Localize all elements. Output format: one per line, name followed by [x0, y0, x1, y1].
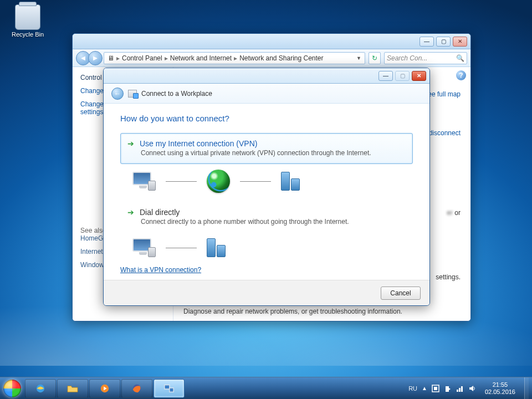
- nav-forward-button[interactable]: ►: [88, 51, 103, 65]
- globe-icon: [207, 170, 230, 193]
- language-indicator[interactable]: RU: [408, 385, 417, 392]
- clock-time: 21:55: [485, 381, 515, 388]
- wizard-minimize-button[interactable]: —: [378, 71, 393, 81]
- recycle-bin-desktop-icon[interactable]: Recycle Bin: [8, 4, 48, 38]
- arrow-right-icon: ➔: [127, 139, 134, 148]
- tray-chevron-up-icon[interactable]: ▲: [422, 385, 427, 391]
- breadcrumb-dropdown-icon[interactable]: ▼: [356, 55, 361, 61]
- troubleshoot-text: Diagnose and repair network problems, or…: [183, 308, 461, 315]
- search-placeholder: Search Con...: [387, 54, 427, 62]
- wizard-close-button[interactable]: ✕: [412, 71, 426, 81]
- taskbar-explorer-button[interactable]: [57, 379, 88, 398]
- option-vpn[interactable]: ➔ Use my Internet connection (VPN) Conne…: [120, 133, 413, 164]
- server-icon: [207, 238, 226, 257]
- svg-rect-6: [434, 387, 437, 390]
- arrow-right-icon: ➔: [127, 208, 134, 217]
- connection-line-icon: [240, 181, 271, 182]
- taskbar-control-panel-button[interactable]: [154, 379, 185, 398]
- chevron-right-icon: ▸: [116, 54, 120, 62]
- workplace-icon: [128, 90, 137, 98]
- option-dial-title: Dial directly: [140, 208, 180, 217]
- svg-rect-8: [459, 388, 461, 392]
- settings-text: settings.: [436, 273, 461, 281]
- recycle-bin-icon: [15, 4, 40, 30]
- taskbar-ie-button[interactable]: [25, 379, 56, 398]
- windows-logo-icon: [3, 380, 21, 397]
- option-vpn-desc: Connect using a virtual private network …: [141, 149, 406, 157]
- cp-close-button[interactable]: ✕: [453, 37, 467, 47]
- clock-date: 02.05.2016: [485, 388, 515, 396]
- search-icon: 🔍: [456, 54, 464, 62]
- power-icon[interactable]: [444, 385, 452, 392]
- what-is-vpn-link[interactable]: What is a VPN connection?: [120, 266, 201, 274]
- cp-minimize-button[interactable]: —: [420, 37, 434, 47]
- folder-icon: [66, 383, 79, 393]
- svg-rect-9: [461, 386, 463, 392]
- breadcrumb-seg-3[interactable]: Network and Sharing Center: [239, 54, 323, 62]
- computer-icon: 🖥: [108, 54, 114, 62]
- breadcrumb-seg-2[interactable]: Network and Internet: [170, 54, 232, 62]
- taskbar-clock[interactable]: 21:55 02.05.2016: [480, 380, 520, 396]
- chevron-right-icon: ▸: [165, 54, 168, 62]
- wizard-back-button[interactable]: ←: [111, 88, 124, 100]
- chevron-right-icon: ▸: [234, 54, 237, 62]
- play-icon: [99, 383, 111, 393]
- network-icon: [163, 383, 175, 393]
- computer-icon: [132, 172, 156, 191]
- start-button[interactable]: [0, 377, 24, 400]
- connection-line-icon: [166, 181, 197, 182]
- volume-icon[interactable]: [468, 385, 476, 392]
- svg-rect-7: [457, 390, 458, 392]
- desktop: Recycle Bin — ▢ ✕ ◄ ► 🖥 ▸ Control Panel …: [0, 0, 532, 399]
- or-text: er or: [447, 209, 461, 217]
- recycle-bin-label: Recycle Bin: [12, 31, 44, 38]
- cp-maximize-button[interactable]: ▢: [436, 37, 451, 47]
- svg-rect-4: [170, 388, 173, 392]
- action-center-icon[interactable]: [432, 385, 439, 392]
- firefox-icon: [131, 383, 143, 393]
- refresh-button[interactable]: ↻: [369, 52, 381, 64]
- wizard-titlebar[interactable]: — ▢ ✕: [104, 68, 429, 84]
- address-breadcrumb[interactable]: 🖥 ▸ Control Panel ▸ Network and Internet…: [104, 52, 365, 64]
- search-input[interactable]: Search Con... 🔍: [384, 52, 467, 64]
- svg-rect-3: [165, 385, 170, 388]
- option-dial[interactable]: ➔ Dial directly Connect directly to a ph…: [120, 202, 413, 233]
- computer-icon: [132, 238, 156, 257]
- cancel-button[interactable]: Cancel: [381, 287, 421, 300]
- option-vpn-title: Use my Internet connection (VPN): [140, 139, 257, 148]
- network-tray-icon[interactable]: [456, 385, 464, 392]
- connection-line-icon: [166, 248, 197, 248]
- breadcrumb-seg-1[interactable]: Control Panel: [122, 54, 162, 62]
- wizard-header: ← Connect to a Workplace: [104, 84, 429, 104]
- taskbar-media-player-button[interactable]: [89, 379, 120, 398]
- wizard-body: How do you want to connect? ➔ Use my Int…: [104, 104, 429, 280]
- wizard-footer: Cancel: [104, 280, 429, 305]
- taskbar-firefox-button[interactable]: [121, 379, 152, 398]
- wizard-title: Connect to a Workplace: [141, 90, 212, 98]
- ie-icon: [34, 383, 47, 393]
- option-dial-desc: Connect directly to a phone number witho…: [141, 218, 406, 226]
- wizard-question: How do you want to connect?: [120, 114, 413, 123]
- server-icon: [281, 172, 300, 191]
- cp-navbar: ◄ ► 🖥 ▸ Control Panel ▸ Network and Inte…: [73, 49, 470, 67]
- show-desktop-button[interactable]: [524, 377, 529, 400]
- taskbar[interactable]: RU ▲ 21:55 02.05.2016: [0, 377, 532, 399]
- vpn-illustration: [132, 170, 413, 193]
- wizard-maximize-button: ▢: [395, 71, 410, 81]
- system-tray: RU ▲ 21:55 02.05.2016: [408, 377, 532, 400]
- cp-titlebar[interactable]: — ▢ ✕: [73, 34, 470, 49]
- dial-illustration: [132, 238, 413, 257]
- connect-workplace-wizard: — ▢ ✕ ← Connect to a Workplace How do yo…: [103, 68, 430, 306]
